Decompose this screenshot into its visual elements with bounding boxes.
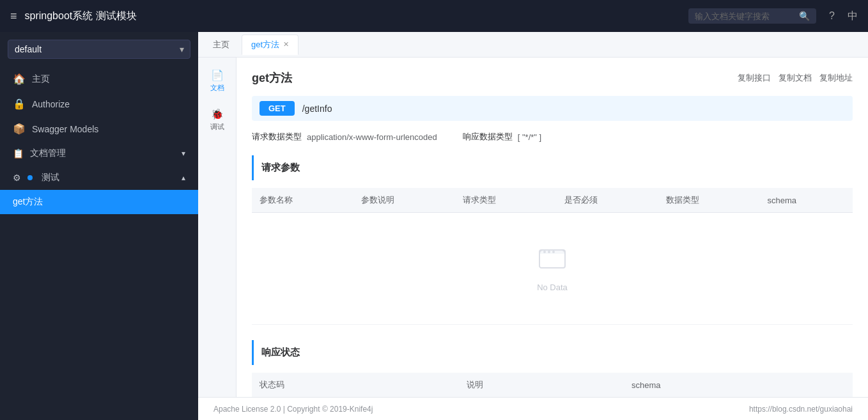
sidebar-select-wrapper: default <box>8 40 190 59</box>
col-required: 是否必须 <box>557 188 658 213</box>
content-panels: 📄 文档 🐞 调试 get方法 复制接口 复制文档 复制地址 <box>198 58 868 397</box>
params-table: 参数名称 参数说明 请求类型 是否必须 数据类型 schema <box>252 188 853 325</box>
debug-nav-icon: 🐞 <box>211 108 224 120</box>
sidebar-item-test-label: 测试 <box>42 172 175 183</box>
request-content-type-value: application/x-www-form-urlencoded <box>307 132 437 142</box>
side-nav-debug[interactable]: 🐞 调试 <box>201 103 234 137</box>
sidebar-item-swagger-models-label: Swagger Models <box>32 124 98 134</box>
tab-home[interactable]: 主页 <box>203 35 239 55</box>
meta-row: 请求数据类型 application/x-www-form-urlencoded… <box>252 131 853 143</box>
chevron-down-icon: ▾ <box>182 149 185 158</box>
request-content-type-label: 请求数据类型 <box>252 131 302 143</box>
col-status-code: 状态码 <box>252 373 459 397</box>
doc-management-icon: 📋 <box>13 148 24 159</box>
lock-icon: 🔒 <box>13 98 26 110</box>
response-content-type-label: 响应数据类型 <box>463 131 513 143</box>
sidebar-item-swagger-models[interactable]: 📦 Swagger Models <box>0 116 198 141</box>
response-content-type: 响应数据类型 [ "*/*" ] <box>463 131 541 143</box>
box-icon: 📦 <box>13 123 26 135</box>
response-status-section: 响应状态 状态码 说明 schema 200 OK <box>252 340 853 397</box>
tab-get-method[interactable]: get方法 ✕ <box>242 35 298 55</box>
method-badge: GET <box>260 101 295 116</box>
copy-interface-button[interactable]: 复制接口 <box>738 72 771 84</box>
lang-icon[interactable]: 中 <box>848 10 858 23</box>
response-section-title: 响应状态 <box>252 340 853 365</box>
sidebar-item-get-method-label: get方法 <box>13 196 43 208</box>
footer-link[interactable]: https://blog.csdn.net/guxiaohai <box>749 405 853 414</box>
content-area: 主页 get方法 ✕ 📄 文档 🐞 调试 <box>198 32 868 420</box>
tab-get-method-label: get方法 <box>251 39 279 51</box>
sidebar-item-home[interactable]: 🏠 主页 <box>0 66 198 91</box>
params-table-header: 参数名称 参数说明 请求类型 是否必须 数据类型 schema <box>252 188 853 213</box>
params-no-data-cell: No Data <box>252 213 853 325</box>
col-param-desc: 参数说明 <box>353 188 455 213</box>
tab-close-icon[interactable]: ✕ <box>283 40 289 49</box>
method-row: GET /getInfo <box>252 96 853 121</box>
response-content-type-value: [ "*/*" ] <box>518 132 541 142</box>
no-data-container: No Data <box>260 219 845 318</box>
request-content-type: 请求数据类型 application/x-www-form-urlencoded <box>252 131 437 143</box>
col-schema: schema <box>760 188 853 213</box>
col-data-type: 数据类型 <box>658 188 760 213</box>
sidebar-item-home-label: 主页 <box>32 74 50 85</box>
response-table-header: 状态码 说明 schema <box>252 373 853 397</box>
doc-header: get方法 复制接口 复制文档 复制地址 <box>252 70 853 86</box>
doc-actions: 复制接口 复制文档 复制地址 <box>738 72 853 84</box>
test-icon: ⚙ <box>13 173 21 183</box>
copy-doc-button[interactable]: 复制文档 <box>779 72 812 84</box>
col-param-name: 参数名称 <box>252 188 353 213</box>
sidebar: default 🏠 主页 🔒 Authorize 📦 Swagger Model… <box>0 32 198 420</box>
home-icon: 🏠 <box>13 73 26 85</box>
content-side-nav: 📄 文档 🐞 调试 <box>198 58 236 397</box>
search-icon: 🔍 <box>799 11 810 21</box>
test-dot <box>27 175 33 180</box>
sidebar-item-test[interactable]: ⚙ 测试 ▴ <box>0 166 198 190</box>
side-nav-debug-label: 调试 <box>210 122 224 132</box>
doc-title: get方法 <box>252 70 292 86</box>
no-data-text: No Data <box>537 283 568 292</box>
doc-content: get方法 复制接口 复制文档 复制地址 GET /getInfo 请求数据类型 <box>236 58 868 397</box>
method-path: /getInfo <box>302 104 332 114</box>
help-icon[interactable]: ? <box>829 10 835 22</box>
col-desc: 说明 <box>459 373 623 397</box>
params-table-header-row: 参数名称 参数说明 请求类型 是否必须 数据类型 schema <box>252 188 853 213</box>
sidebar-item-doc-management[interactable]: 📋 文档管理 ▾ <box>0 141 198 166</box>
footer: Apache License 2.0 | Copyright © 2019-Kn… <box>198 397 868 420</box>
app-title: springboot系统 测试模块 <box>25 10 681 23</box>
menu-icon[interactable]: ≡ <box>10 10 17 23</box>
side-nav-doc[interactable]: 📄 文档 <box>201 64 234 98</box>
request-params-section: 请求参数 参数名称 参数说明 请求类型 是否必须 数据类型 schema <box>252 155 853 325</box>
tab-home-label: 主页 <box>213 39 229 51</box>
main-layout: default 🏠 主页 🔒 Authorize 📦 Swagger Model… <box>0 32 868 420</box>
copy-address-button[interactable]: 复制地址 <box>819 72 853 84</box>
footer-license: Apache License 2.0 | Copyright © 2019-Kn… <box>213 405 373 414</box>
svg-point-1 <box>543 251 546 253</box>
svg-point-3 <box>552 251 555 253</box>
response-table: 状态码 说明 schema 200 OK <box>252 373 853 397</box>
params-no-data-row: No Data <box>252 213 853 325</box>
no-data-icon <box>537 245 568 276</box>
chevron-up-icon: ▴ <box>182 173 185 182</box>
sidebar-item-get-method[interactable]: get方法 <box>0 190 198 214</box>
side-nav-doc-label: 文档 <box>210 83 224 93</box>
search-input[interactable] <box>695 12 795 21</box>
doc-nav-icon: 📄 <box>211 69 224 81</box>
sidebar-item-authorize[interactable]: 🔒 Authorize <box>0 91 198 116</box>
sidebar-item-authorize-label: Authorize <box>32 99 70 109</box>
params-table-body: No Data <box>252 213 853 325</box>
tabs-bar: 主页 get方法 ✕ <box>198 32 868 58</box>
col-request-type: 请求类型 <box>455 188 557 213</box>
response-table-header-row: 状态码 说明 schema <box>252 373 853 397</box>
params-section-title: 请求参数 <box>252 155 853 180</box>
search-box: 🔍 <box>688 8 816 24</box>
svg-point-2 <box>548 251 550 253</box>
col-response-schema: schema <box>624 373 853 397</box>
api-group-select[interactable]: default <box>8 40 190 59</box>
sidebar-item-doc-management-label: 文档管理 <box>30 148 175 159</box>
top-header: ≡ springboot系统 测试模块 🔍 ? 中 <box>0 0 868 32</box>
